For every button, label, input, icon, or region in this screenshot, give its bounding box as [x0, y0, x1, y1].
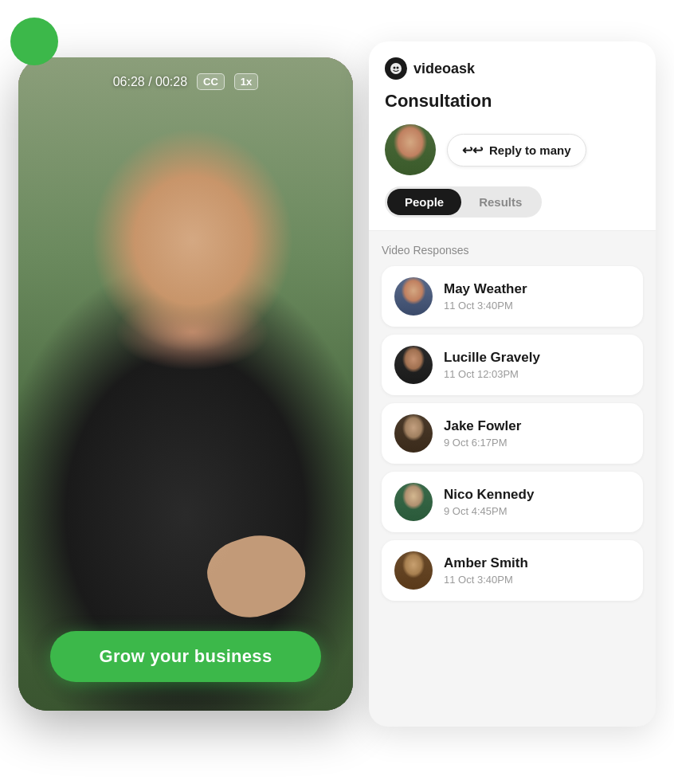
person-avatar: [394, 414, 433, 453]
person-card[interactable]: Amber Smith 11 Oct 3:40PM: [382, 540, 643, 601]
person-time: 9 Oct 6:17PM: [444, 437, 630, 449]
person-info: Nico Kennedy 9 Oct 4:45PM: [444, 487, 630, 517]
person-card[interactable]: May Weather 11 Oct 3:40PM: [382, 266, 643, 327]
person-name: Nico Kennedy: [444, 487, 630, 503]
person-info: May Weather 11 Oct 3:40PM: [444, 281, 630, 312]
panel-header: videoask Consultation ↩↩ Reply to many P…: [369, 41, 656, 231]
logo-icon: [385, 57, 407, 80]
featured-person-row: ↩↩ Reply to many: [385, 124, 640, 175]
cta-button[interactable]: Grow your business: [50, 631, 321, 682]
phone-video-card: 06:28 / 00:28 CC 1x Grow your business: [18, 57, 353, 711]
responses-label: Video Responses: [382, 244, 643, 257]
person-name: Jake Fowler: [444, 418, 630, 434]
person-time: 11 Oct 12:03PM: [444, 368, 630, 380]
person-name: May Weather: [444, 281, 630, 297]
svg-point-2: [397, 67, 399, 69]
person-info: Jake Fowler 9 Oct 6:17PM: [444, 418, 630, 449]
person-avatar: [394, 346, 433, 384]
featured-avatar-image: [385, 124, 436, 175]
person-video-overlay: [18, 57, 353, 711]
person-name: Lucille Gravely: [444, 350, 630, 366]
person-card[interactable]: Nico Kennedy 9 Oct 4:45PM: [382, 472, 643, 532]
video-background: 06:28 / 00:28 CC 1x Grow your business: [18, 57, 353, 711]
featured-avatar[interactable]: [385, 124, 436, 175]
videoask-logo: videoask: [385, 57, 640, 80]
cta-text: Grow your business: [100, 646, 272, 667]
logo-text: videoask: [413, 61, 475, 77]
svg-point-0: [390, 63, 402, 74]
person-avatar: [394, 277, 433, 316]
reply-icon: ↩↩: [462, 143, 483, 158]
tabs-row: People Results: [385, 186, 542, 218]
consultation-title: Consultation: [385, 91, 640, 112]
video-top-bar: 06:28 / 00:28 CC 1x: [18, 73, 353, 90]
cc-badge[interactable]: CC: [197, 73, 225, 90]
person-info: Amber Smith 11 Oct 3:40PM: [444, 555, 630, 586]
tab-results[interactable]: Results: [461, 189, 539, 215]
speed-badge[interactable]: 1x: [234, 73, 258, 90]
person-card[interactable]: Jake Fowler 9 Oct 6:17PM: [382, 403, 643, 464]
person-cards-container: May Weather 11 Oct 3:40PM Lucille Gravel…: [382, 266, 643, 601]
person-avatar: [394, 483, 433, 521]
person-time: 9 Oct 4:45PM: [444, 505, 630, 517]
person-avatar: [394, 551, 433, 590]
svg-point-1: [394, 67, 396, 69]
reply-to-many-button[interactable]: ↩↩ Reply to many: [447, 134, 586, 167]
tab-people[interactable]: People: [387, 189, 461, 215]
responses-section: Video Responses May Weather 11 Oct 3:40P…: [369, 231, 656, 727]
video-timer: 06:28 / 00:28: [113, 75, 187, 89]
person-time: 11 Oct 3:40PM: [444, 574, 630, 586]
person-info: Lucille Gravely 11 Oct 12:03PM: [444, 350, 630, 380]
reply-many-label: Reply to many: [489, 143, 571, 157]
consultation-panel: videoask Consultation ↩↩ Reply to many P…: [369, 41, 656, 727]
person-card[interactable]: Lucille Gravely 11 Oct 12:03PM: [382, 335, 643, 395]
videoask-logo-icon: [390, 62, 402, 75]
green-dot-decoration: [10, 18, 58, 65]
person-name: Amber Smith: [444, 555, 630, 571]
scene-container: 06:28 / 00:28 CC 1x Grow your business: [18, 25, 656, 759]
person-time: 11 Oct 3:40PM: [444, 300, 630, 312]
